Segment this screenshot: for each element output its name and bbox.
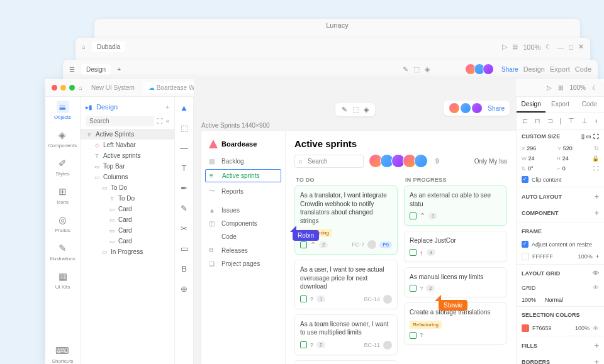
sidebar-uikits[interactable]: ▦UI Kits: [55, 270, 70, 290]
tool-button[interactable]: ✂: [177, 221, 191, 235]
layer-item[interactable]: ▭Card: [81, 236, 174, 246]
dim-h[interactable]: 24: [562, 155, 569, 162]
layers-title[interactable]: Design: [96, 103, 118, 111]
sidebar-photos[interactable]: ◎Photos: [55, 214, 70, 233]
sidebar-icons[interactable]: ⊞Icons: [57, 185, 69, 205]
tool-button[interactable]: ⊕: [177, 282, 191, 295]
layer-item[interactable]: ▭Columns: [81, 172, 174, 182]
align-controls[interactable]: ⊏⊓⊐|⊤⊥⫞: [517, 113, 604, 130]
tab-code[interactable]: Code: [575, 97, 604, 113]
sprint-card[interactable]: Font SCSS mixin does not recognise fallb…: [294, 360, 398, 365]
layer-item[interactable]: TActive sprints: [81, 150, 174, 161]
sidebar-objects[interactable]: ≣Objects: [54, 101, 71, 120]
sprint-nav-item[interactable]: ≡Active sprints: [205, 169, 281, 182]
component-icon[interactable]: ◈: [364, 106, 369, 114]
sprint-nav-item[interactable]: ⧉Releases: [201, 243, 285, 257]
layer-item[interactable]: ▭Card: [81, 204, 174, 214]
sprint-card[interactable]: As a user, I want to see actual overusag…: [294, 260, 398, 309]
dim-x[interactable]: 296: [527, 145, 536, 152]
tool-button[interactable]: —: [177, 141, 191, 155]
canvas[interactable]: ✎ ⬚ ◈ Share Active Sprints 1440×900 Boar…: [194, 79, 516, 364]
adjust-checkbox[interactable]: [522, 241, 528, 248]
sidebar-illustrations[interactable]: ✎Illustrations: [50, 242, 75, 262]
tab-export[interactable]: Export: [545, 97, 574, 113]
sprint-search-input[interactable]: [294, 155, 364, 168]
sprint-card[interactable]: As a translator, I want integrate Crowdi…: [294, 185, 398, 255]
tool-button[interactable]: ▭: [177, 241, 191, 255]
avatar[interactable]: [460, 102, 471, 114]
tool-button[interactable]: ⬚: [177, 121, 191, 135]
sprint-nav-item[interactable]: ▲Issues: [201, 204, 285, 217]
moon-icon[interactable]: ☾: [592, 84, 598, 91]
corners-icon[interactable]: ⛶: [593, 165, 599, 172]
reset-icon[interactable]: ↻: [594, 145, 599, 152]
dim-y[interactable]: 520: [563, 145, 573, 152]
selection-color-hex[interactable]: F76659: [532, 325, 552, 331]
home-icon[interactable]: ⌂: [79, 84, 82, 91]
tab-new-ui[interactable]: New UI System: [86, 82, 140, 93]
grid-visibility-icon[interactable]: 👁: [593, 270, 599, 277]
lock-icon[interactable]: 🔒: [592, 155, 599, 162]
filter-my-issues[interactable]: Only My Iss: [474, 158, 507, 165]
pencil-icon[interactable]: ✎: [342, 106, 347, 114]
sprint-nav-item[interactable]: 〜Reports: [201, 184, 285, 199]
avatar-count[interactable]: 9: [435, 158, 439, 165]
layer-item[interactable]: ▭To Do: [81, 182, 174, 193]
tool-button[interactable]: ▲: [177, 101, 191, 114]
layer-item[interactable]: ▭Top Bar: [81, 161, 174, 172]
tool-button[interactable]: ✎: [177, 201, 191, 215]
add-fills-icon[interactable]: +: [595, 341, 599, 350]
frame-icon[interactable]: ⬚: [352, 106, 359, 114]
artboard-label[interactable]: Active Sprints 1440×900: [201, 122, 270, 129]
frame-color-hex[interactable]: FFFFFF: [532, 253, 553, 260]
sprint-card[interactable]: As an external co able to see statu⌃3: [404, 185, 507, 226]
layer-item[interactable]: ▭In Progress: [81, 246, 174, 257]
layer-item[interactable]: ▭Card: [81, 214, 174, 225]
portrait-icon[interactable]: ▯: [581, 133, 584, 140]
tool-button[interactable]: B: [177, 262, 191, 275]
sprint-nav-item[interactable]: ▤Backlog: [201, 155, 285, 168]
layer-item[interactable]: ▭Card: [81, 225, 174, 236]
sprint-nav-item[interactable]: ❏Project pages: [201, 257, 285, 270]
grid-icon[interactable]: ⊞: [558, 84, 563, 91]
tool-button[interactable]: T: [177, 161, 191, 175]
landscape-icon[interactable]: ▭: [586, 133, 591, 140]
sprint-nav-item[interactable]: Code: [201, 230, 285, 243]
add-component-icon[interactable]: +: [595, 209, 599, 218]
sprint-card[interactable]: As manual licens my limits?2: [404, 267, 507, 298]
dim-c[interactable]: 0: [562, 165, 566, 172]
selection-color-swatch[interactable]: [522, 324, 529, 332]
expand-icon[interactable]: ⛶: [157, 118, 163, 124]
clip-checkbox[interactable]: [522, 176, 528, 183]
layer-item[interactable]: ◇Left Navbar: [81, 140, 174, 150]
dim-w[interactable]: 24: [528, 155, 535, 162]
play-icon[interactable]: ▷: [547, 84, 552, 91]
avatar[interactable]: [471, 102, 483, 114]
zoom-level[interactable]: 100%: [569, 84, 586, 91]
avatar[interactable]: [449, 102, 460, 114]
brand[interactable]: Boardease: [201, 137, 285, 155]
share-button[interactable]: Share: [488, 105, 505, 112]
canvas-toolbar[interactable]: ✎ ⬚ ◈: [335, 103, 375, 116]
sprint-card[interactable]: As a team license owner, I want to use m…: [294, 314, 398, 355]
layer-item[interactable]: #Active Sprints: [81, 129, 174, 140]
collaborators[interactable]: Share: [444, 101, 510, 116]
sidebar-components[interactable]: ◈Components: [48, 129, 77, 148]
tab-design[interactable]: Design: [517, 97, 545, 113]
add-fill-icon[interactable]: +: [596, 253, 599, 260]
add-page-icon[interactable]: +: [165, 104, 169, 111]
tool-button[interactable]: ✒: [177, 181, 191, 195]
layer-item[interactable]: TTo Do: [81, 193, 174, 204]
sidebar-shortcuts[interactable]: ⌨Shortcuts: [52, 345, 74, 364]
collapse-icon[interactable]: «: [165, 118, 169, 124]
layers-search-input[interactable]: [86, 116, 154, 126]
sidebar-styles[interactable]: ✐Styles: [56, 157, 70, 177]
sprint-nav-item[interactable]: ◫Components: [201, 217, 285, 230]
frame-color-swatch[interactable]: [522, 253, 529, 260]
add-autolayout-icon[interactable]: +: [595, 192, 599, 201]
fit-icon[interactable]: ⛶: [593, 133, 599, 140]
assignee-avatars[interactable]: [369, 154, 428, 168]
dim-r[interactable]: 0°: [528, 165, 534, 172]
traffic-lights[interactable]: [52, 85, 75, 91]
sprint-card[interactable]: Replace JustCor↑3: [404, 231, 507, 262]
